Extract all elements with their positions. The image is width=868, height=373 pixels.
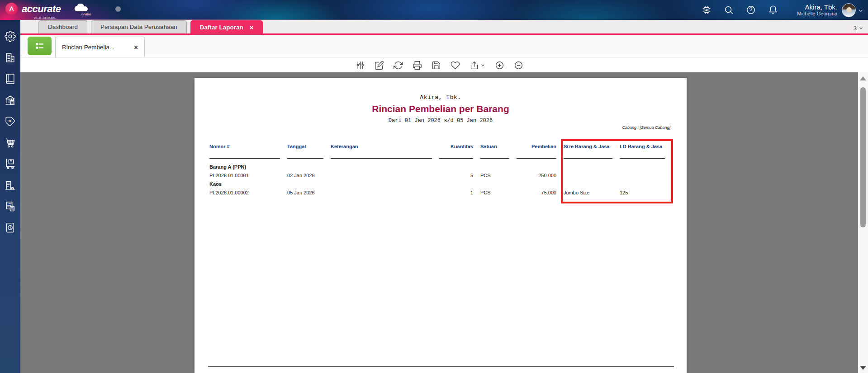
chevron-down-icon — [859, 26, 863, 31]
price-tag-rp-icon: Rp — [5, 116, 16, 127]
report-page: Akira, Tbk. Rincian Pembelian per Barang… — [194, 78, 687, 373]
col-header-tanggal: Tanggal — [287, 144, 323, 159]
sliders-icon — [356, 61, 365, 70]
user-name: Michelle Georgina — [797, 11, 837, 17]
sidebar-item-purchase[interactable] — [5, 137, 16, 148]
scroll-up-arrow[interactable] — [860, 76, 866, 80]
sidebar-item-inventory[interactable] — [5, 158, 16, 170]
table-header-row: Nomor # Tanggal Keterangan Kuantitas Sat… — [209, 144, 665, 159]
save-button[interactable] — [430, 59, 442, 71]
table-row: PI.2026.01.00001 02 Jan 2026 5 PCS 250.0… — [209, 172, 665, 181]
report-period: Dari 01 Jan 2026 s/d 05 Jan 2026 — [194, 118, 687, 124]
zoom-in-button[interactable] — [493, 59, 505, 71]
cell-ld — [620, 173, 665, 181]
header-actions: AI Akira, Tbk. Michelle Georgina — [689, 0, 863, 20]
help-icon[interactable] — [746, 5, 756, 15]
table-body: Barang A (PPN) PI.2026.01.00001 02 Jan 2… — [209, 164, 665, 198]
zoom-in-icon — [495, 61, 504, 70]
hand-truck-icon — [5, 158, 16, 170]
sidebar-item-cash-bank[interactable] — [5, 94, 16, 106]
col-header-nomor: Nomor # — [209, 144, 280, 159]
vertical-scrollbar[interactable] — [858, 72, 868, 373]
cell-size — [564, 173, 612, 181]
zoom-out-icon — [514, 61, 523, 70]
scrollbar-thumb[interactable] — [860, 87, 866, 227]
logo-text: accurate — [22, 3, 61, 15]
col-header-kuantitas: Kuantitas — [439, 144, 473, 159]
export-button[interactable] — [468, 59, 486, 71]
cell-satuan: PCS — [480, 190, 509, 198]
edit-pencil-icon — [375, 61, 384, 70]
sidebar-item-fixed-assets[interactable] — [5, 179, 16, 191]
logo-online-badge: online — [81, 12, 91, 16]
svg-text:Rp: Rp — [8, 119, 12, 122]
sidebar-item-tax[interactable]: TAX — [5, 201, 16, 212]
tab-label: Daftar Laporan — [200, 21, 243, 33]
report-parameters-button[interactable] — [354, 59, 366, 71]
report-company: Akira, Tbk. — [194, 94, 687, 101]
cell-kuantitas: 5 — [439, 173, 473, 181]
tab-persiapan-data-perusahaan[interactable]: Persiapan Data Perusahaan — [91, 20, 187, 33]
refresh-button[interactable] — [392, 59, 404, 71]
table-row: PI.2026.01.00002 05 Jan 2026 1 PCS 75.00… — [209, 189, 665, 198]
user-block[interactable]: Akira, Tbk. Michelle Georgina — [797, 3, 837, 17]
cell-nomor: PI.2026.01.00001 — [209, 173, 280, 181]
report-tab-label: Rincian Pembelia... — [62, 44, 114, 51]
tab-overflow-count: 3 — [854, 25, 857, 32]
report-list-button[interactable] — [28, 37, 52, 55]
heart-icon — [451, 61, 460, 70]
avatar[interactable] — [842, 3, 856, 17]
group-row: Kaos — [209, 181, 665, 189]
cell-ld: 125 — [620, 190, 665, 198]
tab-overflow-dropdown[interactable]: 3 — [854, 25, 863, 32]
export-icon — [470, 61, 479, 70]
printer-icon — [413, 61, 422, 70]
pie-chart-document-icon — [5, 222, 16, 233]
sidebar-item-sales[interactable]: Rp — [5, 116, 16, 127]
cell-satuan: PCS — [480, 173, 509, 181]
report-toolbar — [20, 58, 858, 72]
svg-text:TAX: TAX — [7, 202, 12, 205]
refresh-icon — [394, 61, 403, 70]
zoom-out-button[interactable] — [512, 59, 524, 71]
search-icon[interactable] — [724, 5, 734, 15]
notifications-bell-icon[interactable] — [768, 5, 778, 15]
close-icon[interactable]: × — [250, 24, 254, 31]
sidebar-item-ledger[interactable] — [5, 73, 16, 85]
main-tabstrip: Dashboard Persiapan Data Perusahaan Daft… — [20, 20, 868, 35]
accurate-logo-icon — [5, 3, 18, 15]
report-total-line — [208, 366, 674, 367]
tab-label: Dashboard — [48, 24, 78, 30]
scroll-down-arrow[interactable] — [860, 366, 866, 370]
report-table: Nomor # Tanggal Keterangan Kuantitas Sat… — [209, 144, 665, 198]
col-header-satuan: Satuan — [480, 144, 509, 159]
tab-dashboard[interactable]: Dashboard — [38, 20, 87, 33]
chevron-down-icon — [480, 63, 485, 68]
print-button[interactable] — [411, 59, 423, 71]
status-dot — [115, 6, 121, 12]
group-row: Barang A (PPN) — [209, 164, 665, 172]
cloud-icon — [73, 4, 90, 13]
cell-tanggal: 02 Jan 2026 — [287, 173, 323, 181]
col-header-pembelian: Pembelian — [517, 144, 556, 159]
tax-document-icon: TAX — [5, 201, 16, 212]
gear-icon — [5, 31, 16, 42]
favorite-button[interactable] — [449, 59, 461, 71]
tab-daftar-laporan[interactable]: Daftar Laporan × — [190, 20, 263, 33]
sidebar-item-company[interactable] — [5, 52, 16, 63]
sidebar-item-reports[interactable] — [5, 222, 16, 233]
edit-button[interactable] — [373, 59, 385, 71]
tab-rincian-pembelian[interactable]: Rincian Pembelia... × — [55, 37, 145, 57]
ai-assistant-icon[interactable]: AI — [702, 5, 711, 15]
cell-keterangan — [331, 190, 432, 198]
close-icon[interactable]: × — [134, 43, 138, 51]
account-name: Akira, Tbk. — [797, 3, 837, 11]
sidebar-nav: Rp TAX — [0, 20, 20, 373]
save-floppy-icon — [432, 61, 441, 70]
report-tab-row: Rincian Pembelia... × — [20, 35, 868, 57]
cell-kuantitas: 1 — [439, 190, 473, 198]
sidebar-item-settings[interactable] — [5, 31, 16, 42]
report-branch-note: Cabang : [Semua Cabang] — [622, 125, 670, 130]
cell-tanggal: 05 Jan 2026 — [287, 190, 323, 198]
chevron-down-icon[interactable] — [858, 7, 863, 13]
